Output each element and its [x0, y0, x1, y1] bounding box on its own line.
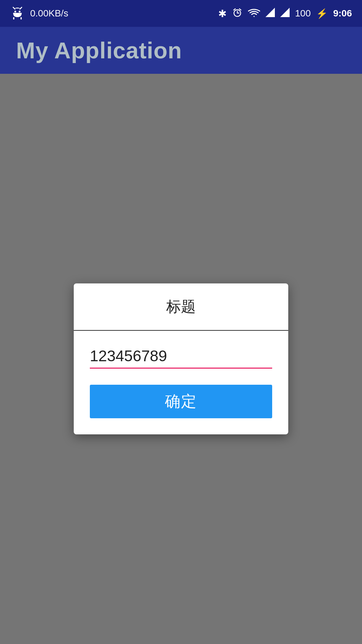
dialog-title-area: 标题: [74, 283, 288, 331]
battery-level: 100: [295, 8, 311, 19]
dialog-input[interactable]: [90, 344, 272, 369]
svg-marker-9: [265, 8, 275, 17]
bluetooth-icon: ✱: [218, 8, 227, 19]
status-bar: 0.00KB/s ✱: [0, 0, 362, 27]
svg-point-1: [19, 11, 21, 13]
status-right: ✱: [218, 7, 352, 20]
battery-icon: ⚡: [316, 8, 328, 19]
android-icon: [10, 6, 25, 21]
svg-point-0: [14, 11, 16, 13]
main-content: 标题 确定: [0, 74, 362, 644]
app-title: My Application: [16, 37, 182, 63]
svg-rect-4: [13, 17, 14, 19]
data-speed: 0.00KB/s: [30, 8, 68, 19]
svg-line-2: [13, 7, 15, 9]
input-container: [90, 344, 272, 371]
app-bar: My Application: [0, 27, 362, 74]
dialog-body: 确定: [74, 331, 288, 434]
alarm-icon: [232, 7, 243, 20]
svg-line-3: [20, 7, 21, 9]
time-display: 9:06: [333, 8, 352, 19]
signal-icon-1: [265, 8, 275, 19]
svg-marker-10: [280, 8, 290, 17]
wifi-icon: [248, 8, 260, 19]
confirm-button[interactable]: 确定: [90, 385, 272, 418]
svg-rect-5: [20, 17, 22, 19]
status-left: 0.00KB/s: [10, 6, 68, 21]
dialog-title: 标题: [166, 298, 196, 315]
dialog: 标题 确定: [74, 283, 288, 434]
signal-icon-2: [280, 8, 290, 19]
